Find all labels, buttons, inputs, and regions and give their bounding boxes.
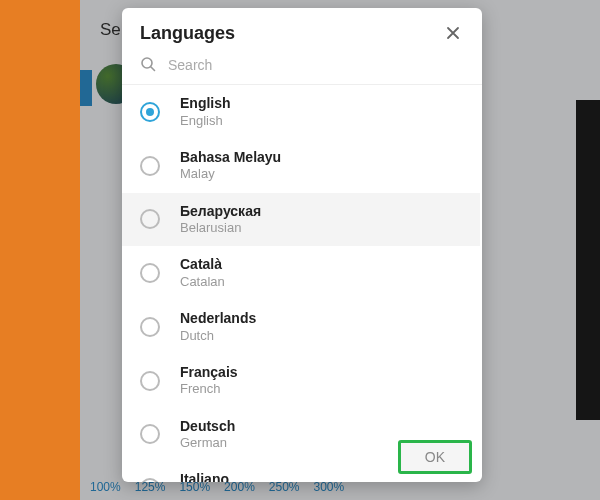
close-button[interactable] [442,22,464,44]
language-texts: CatalàCatalan [180,256,225,290]
language-item[interactable]: NederlandsDutch [122,300,480,354]
language-texts: FrançaisFrench [180,364,238,398]
radio-icon[interactable] [140,209,160,229]
language-english-name: Malay [180,166,281,182]
language-native-name: Deutsch [180,418,235,436]
language-texts: EnglishEnglish [180,95,231,129]
radio-icon[interactable] [140,102,160,122]
close-icon [445,25,461,41]
radio-icon[interactable] [140,263,160,283]
language-english-name: English [180,113,231,129]
language-item[interactable]: FrançaisFrench [122,354,480,408]
language-item[interactable]: БеларускаяBelarusian [122,193,480,247]
language-native-name: Bahasa Melayu [180,149,281,167]
modal-footer: OK [398,440,472,474]
language-list[interactable]: EnglishEnglishBahasa MelayuMalayБеларуск… [122,84,482,482]
language-texts: NederlandsDutch [180,310,256,344]
language-texts: DeutschGerman [180,418,235,452]
radio-icon[interactable] [140,424,160,444]
languages-modal: Languages EnglishEnglishBahasa MelayuMal… [122,8,482,482]
search-row [122,52,482,84]
language-english-name: Dutch [180,328,256,344]
language-texts: ItalianoItalian [180,471,229,482]
language-english-name: Catalan [180,274,225,290]
language-english-name: Belarusian [180,220,261,236]
search-icon [140,56,158,74]
language-native-name: Italiano [180,471,229,482]
radio-icon[interactable] [140,317,160,337]
language-native-name: Français [180,364,238,382]
modal-header: Languages [122,8,482,52]
language-item[interactable]: EnglishEnglish [122,85,480,139]
search-input[interactable] [168,57,464,73]
radio-icon[interactable] [140,478,160,482]
modal-title: Languages [140,23,235,44]
language-native-name: Català [180,256,225,274]
radio-icon[interactable] [140,156,160,176]
radio-icon[interactable] [140,371,160,391]
language-english-name: French [180,381,238,397]
language-texts: БеларускаяBelarusian [180,203,261,237]
language-english-name: German [180,435,235,451]
ok-button[interactable]: OK [398,440,472,474]
language-native-name: English [180,95,231,113]
language-item[interactable]: CatalàCatalan [122,246,480,300]
language-texts: Bahasa MelayuMalay [180,149,281,183]
language-item[interactable]: Bahasa MelayuMalay [122,139,480,193]
language-native-name: Беларуская [180,203,261,221]
language-native-name: Nederlands [180,310,256,328]
